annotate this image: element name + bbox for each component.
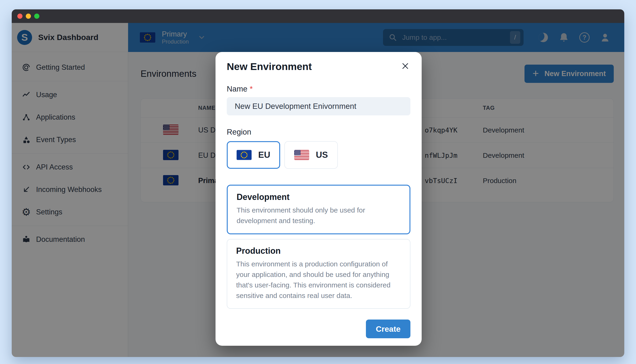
close-window-button[interactable] xyxy=(17,14,23,19)
name-label: Name* xyxy=(227,84,410,94)
region-options: EU US xyxy=(227,141,410,169)
new-environment-modal: New Environment Name* Region xyxy=(216,52,422,346)
region-label: Region xyxy=(227,128,410,136)
us-flag-icon xyxy=(294,150,309,160)
environment-name-input[interactable] xyxy=(227,97,410,116)
env-type-option-production[interactable]: Production This environment is a product… xyxy=(227,239,410,309)
region-option-us[interactable]: US xyxy=(284,141,338,169)
region-option-label: US xyxy=(316,150,328,160)
window-titlebar xyxy=(12,9,624,23)
desktop-background: S Svix Dashboard Getting Start xyxy=(0,0,636,364)
env-type-title: Production xyxy=(236,246,401,256)
minimize-window-button[interactable] xyxy=(26,14,31,19)
maximize-window-button[interactable] xyxy=(34,14,39,19)
app-body: S Svix Dashboard Getting Start xyxy=(12,23,624,357)
create-button[interactable]: Create xyxy=(366,320,410,338)
required-asterisk: * xyxy=(250,84,253,93)
close-button[interactable] xyxy=(400,61,410,71)
modal-title: New Environment xyxy=(227,61,312,72)
region-option-label: EU xyxy=(258,150,270,160)
eu-flag-icon xyxy=(237,150,252,160)
env-type-description: This environment is a production configu… xyxy=(236,259,401,301)
env-type-option-development[interactable]: Development This environment should only… xyxy=(227,185,410,234)
env-type-title: Development xyxy=(237,192,401,202)
app-window: S Svix Dashboard Getting Start xyxy=(12,9,624,357)
region-option-eu[interactable]: EU xyxy=(227,141,280,169)
close-icon xyxy=(401,62,409,70)
env-type-description: This environment should only be used for… xyxy=(237,205,401,226)
